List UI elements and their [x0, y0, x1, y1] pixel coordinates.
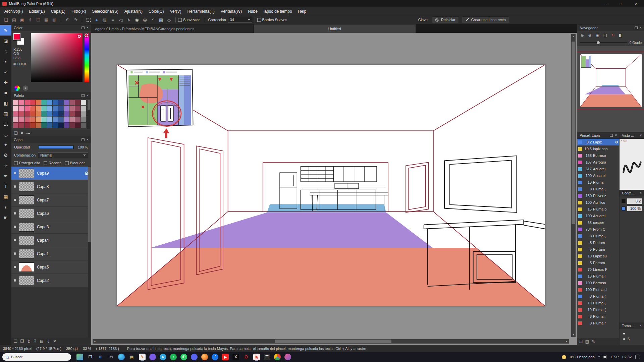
hue-indicator[interactable] — [85, 34, 88, 37]
popout-panel-icon[interactable] — [635, 26, 638, 29]
select-pen-tool[interactable]: ✑ — [0, 160, 11, 171]
brush-row[interactable]: 3 Pluma ( ⚙ — [577, 233, 619, 239]
language-indicator[interactable]: ESP — [611, 355, 619, 359]
eyedropper-tool[interactable]: ◗ — [0, 202, 11, 212]
select-rect-icon[interactable] — [85, 16, 93, 23]
redo-icon[interactable]: ↷ — [71, 16, 79, 23]
layer-row[interactable]: Capa2 ⚙ — [11, 274, 91, 287]
magic-wand-tool[interactable]: ✦ — [0, 139, 11, 150]
palette-scrollbar[interactable] — [87, 100, 90, 129]
firefox-icon[interactable] — [200, 353, 209, 361]
palette-swatch[interactable] — [81, 100, 86, 105]
size-preset-row[interactable]: 5 — [620, 336, 644, 342]
dot-tool[interactable]: ▪ — [0, 56, 11, 67]
foreground-color-swatch[interactable] — [13, 33, 20, 40]
bucket-tool[interactable]: ◧ — [0, 98, 11, 108]
palette-swatch[interactable] — [53, 123, 58, 128]
layer-row[interactable]: Capa5 ⚙ — [11, 260, 91, 274]
palette-swatch[interactable] — [13, 111, 18, 117]
layer-row[interactable]: Capa4 ⚙ — [11, 234, 91, 247]
palette-swatch[interactable] — [24, 111, 30, 117]
close-icon[interactable]: × — [640, 26, 642, 29]
flip-view-icon[interactable]: ◧ — [617, 32, 624, 39]
palette-swatch[interactable] — [75, 106, 80, 111]
operation-tool[interactable]: ⚙ — [0, 150, 11, 160]
snap-cross-icon[interactable]: ◁ — [117, 16, 125, 23]
brush-row[interactable]: 100 Acuarel ⚙ — [577, 172, 619, 179]
palette-swatch[interactable] — [13, 117, 18, 122]
brush-row[interactable]: 70 Líneas F ⚙ — [577, 266, 619, 273]
brush-row[interactable]: 8.2 Lápiz ⚙ — [577, 139, 619, 145]
select-tool[interactable] — [0, 119, 11, 129]
menu-item[interactable]: Color(C) — [146, 9, 167, 14]
close-icon[interactable]: × — [640, 134, 642, 137]
minimize-button[interactable]: ─ — [598, 0, 613, 7]
add-brush-icon[interactable]: ❏ — [579, 340, 583, 344]
color-sliders-icon[interactable]: ≡ — [23, 85, 28, 91]
brush-row[interactable]: 5 Portam ⚙ — [577, 239, 619, 246]
brush-row[interactable]: 784 From C ⚙ — [577, 226, 619, 233]
palette-swatch[interactable] — [41, 106, 47, 111]
brush-settings-gear-icon[interactable]: ⚙ — [615, 140, 618, 144]
layer-folder-icon[interactable]: ▤ — [40, 339, 44, 343]
close-icon[interactable]: × — [640, 324, 642, 327]
layer-visibility-dot[interactable] — [14, 172, 16, 174]
palette-swatch[interactable] — [69, 123, 75, 128]
scroll-left-icon[interactable]: ◂ — [93, 339, 97, 344]
drawing-canvas[interactable] — [117, 65, 545, 306]
navigator-preview[interactable] — [577, 46, 644, 132]
palette-swatch[interactable] — [47, 123, 52, 128]
opacity-slider[interactable] — [38, 145, 74, 149]
palette-swatch[interactable] — [13, 106, 18, 111]
palette-swatch[interactable] — [64, 106, 69, 111]
palette-swatch[interactable] — [53, 117, 58, 122]
close-icon[interactable]: × — [87, 26, 89, 29]
close-icon[interactable]: × — [640, 191, 642, 195]
brush-row[interactable]: 100 Acrílico ⚙ — [577, 199, 619, 206]
open-file-icon[interactable]: ▤ — [10, 16, 18, 23]
menu-item[interactable]: Editar(E) — [26, 9, 48, 14]
discord-icon[interactable] — [190, 353, 199, 361]
zoom-original-icon[interactable]: ▢ — [602, 32, 609, 39]
brush-tool[interactable]: ✎ — [0, 25, 11, 36]
gradient-tool[interactable]: ▨ — [0, 108, 11, 119]
color-wheel-icon[interactable] — [14, 85, 20, 91]
popout-panel-icon[interactable] — [82, 138, 85, 141]
scroll-down-icon[interactable]: ▾ — [571, 333, 576, 337]
snap-vanish-icon[interactable]: ◇ — [165, 16, 173, 23]
palette-swatch[interactable] — [81, 123, 86, 128]
snap-grid-icon[interactable]: ▦ — [157, 16, 165, 23]
palette-swatch[interactable] — [69, 100, 75, 105]
palette-swatch[interactable] — [36, 106, 41, 111]
scroll-right-icon[interactable]: ▸ — [565, 339, 569, 344]
layer-row[interactable]: Capa8 ⚙ — [11, 180, 91, 193]
brush-row[interactable]: 15 Pluma p ⚙ — [577, 206, 619, 213]
brush-row[interactable]: 10.5 lápiz asp ⚙ — [577, 145, 619, 152]
brush-row[interactable]: 5 Portam ⚙ — [577, 246, 619, 253]
rotate-reset-icon[interactable]: ↻ — [609, 32, 616, 39]
palette-swatch[interactable] — [24, 106, 30, 111]
menu-item[interactable]: Nube — [245, 9, 261, 14]
palette-swatch[interactable] — [41, 123, 47, 128]
palette-swatch[interactable] — [53, 106, 58, 111]
chrome-icon[interactable]: ● — [273, 353, 282, 361]
control-value[interactable]: 100 % — [627, 206, 642, 211]
palette-swatch[interactable] — [36, 100, 41, 105]
select-eraser-tool[interactable]: ✒ — [0, 171, 11, 181]
merge-layer-icon[interactable]: ⇓ — [47, 339, 50, 343]
medibang-paint-icon[interactable]: ◉ — [252, 353, 261, 361]
menu-item[interactable]: Herramienta(T) — [184, 9, 217, 14]
palette-swatch[interactable] — [75, 117, 80, 122]
document-tab[interactable]: agnes 01.mdp - D:/archivos/MEDIBANG/trab… — [91, 24, 254, 33]
smudge-tool[interactable]: ◌ — [0, 46, 11, 56]
palette-swatch[interactable] — [41, 100, 47, 105]
scroll-up-icon[interactable]: ▴ — [571, 34, 576, 39]
edit-brush-icon[interactable]: ✎ — [592, 340, 595, 344]
palette-swatch[interactable] — [75, 123, 80, 128]
palette-swatch[interactable] — [58, 111, 64, 117]
palette-swatch[interactable] — [19, 111, 24, 117]
edge-icon[interactable] — [117, 353, 126, 361]
brush-row[interactable]: 167 Aerógra ⚙ — [577, 159, 619, 166]
app-purple-icon[interactable] — [148, 353, 157, 361]
palette-swatch[interactable] — [19, 100, 24, 105]
